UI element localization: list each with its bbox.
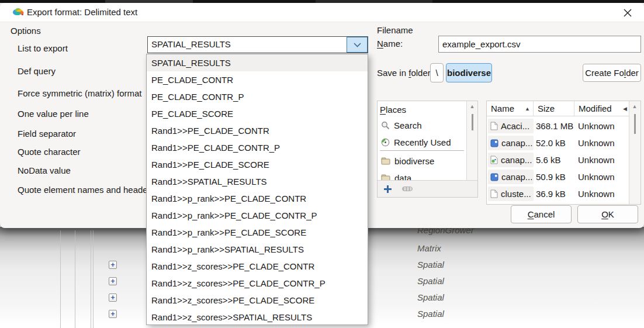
tree-expander-icon[interactable]: + — [109, 294, 117, 302]
ok-button[interactable]: OK — [577, 205, 638, 223]
option-label-def-query: Def query — [18, 66, 56, 78]
dropdown-option[interactable]: Rand1>>PE_CLADE_SCORE — [147, 156, 368, 173]
scrollbar-thumb[interactable] — [634, 114, 636, 134]
places-item-data[interactable]: data — [381, 172, 411, 180]
file-modified: Unknown — [576, 121, 629, 131]
option-label-one-value-per-line: One value per line — [18, 109, 89, 120]
column-header-modified[interactable]: Modified ◀ — [574, 101, 629, 116]
close-icon[interactable] — [619, 6, 636, 19]
option-label-force-symmetric: Force symmetric (matrix) format — [18, 88, 142, 100]
dropdown-option[interactable]: Rand1>>PE_CLADE_CONTR_P — [147, 139, 368, 156]
list-to-export-dropdown: SPATIAL_RESULTS PE_CLADE_CONTR PE_CLADE_… — [146, 54, 368, 325]
dropdown-option[interactable]: PE_CLADE_SCORE — [147, 105, 368, 122]
file-name: cluste... — [501, 189, 531, 199]
dropdown-option[interactable]: Rand1>>p_rank>>PE_CLADE_CONTR — [147, 190, 368, 207]
dropdown-option[interactable]: Rand1>>z_scores>>PE_CLADE_CONTR_P — [147, 275, 368, 292]
dropdown-option[interactable]: Rand1>>z_scores>>PE_CLADE_CONTR — [147, 258, 368, 275]
file-list-scrollbar[interactable]: ▲ — [629, 101, 640, 204]
file-icon — [490, 122, 498, 130]
places-item-label: Recently Used — [394, 137, 451, 147]
file-name: canap... — [501, 155, 532, 165]
file-row[interactable]: cluste... 36.9 kB Unknown — [487, 185, 629, 202]
places-item-label: data — [394, 173, 411, 181]
dropdown-option[interactable]: PE_CLADE_CONTR — [147, 71, 368, 88]
biodiverse-logo-icon — [13, 8, 24, 17]
option-label-list-to-export: List to export — [18, 43, 68, 55]
dialog-titlebar[interactable]: Export format: Delimited text — [0, 3, 644, 22]
tree-expander-icon[interactable]: + — [109, 277, 117, 285]
dropdown-option[interactable]: Rand1>>p_rank>>PE_CLADE_SCORE — [147, 224, 368, 241]
places-header: Places — [380, 105, 406, 115]
tree-type-label: Spatial — [417, 276, 444, 287]
places-item-label: biodiverse — [394, 156, 434, 166]
recently-used-icon — [381, 138, 390, 147]
file-name: Acaci... — [501, 121, 529, 131]
tree-type-label: Matrix — [417, 243, 441, 254]
dropdown-option[interactable]: Rand1>>SPATIAL_RESULTS — [147, 173, 368, 190]
dropdown-option[interactable]: Rand1>>p_rank>>SPATIAL_RESULTS — [147, 241, 368, 258]
file-row[interactable]: canap... 52.0 kB Unknown — [487, 134, 629, 151]
file-modified: Unknown — [576, 155, 629, 165]
image-icon — [490, 139, 498, 147]
places-item-search[interactable]: Search — [381, 119, 422, 131]
folder-icon — [381, 174, 390, 180]
file-list-header: Name ▲ Size Modified ◀ — [487, 101, 629, 116]
file-modified: Unknown — [576, 172, 629, 182]
places-list: Places Search Recently Used — [378, 101, 466, 180]
file-name: canap... — [501, 138, 532, 148]
file-row[interactable]: canap... 50.9 kB Unknown — [487, 168, 629, 185]
filename-input[interactable] — [438, 36, 641, 53]
save-in-folder-label: Save in folder: — [377, 68, 433, 78]
list-to-export-combobox[interactable]: SPATIAL_RESULTS — [147, 36, 368, 53]
chart-file-icon — [490, 156, 498, 164]
scrollbar-thumb[interactable] — [472, 114, 473, 130]
tree-grid-line — [60, 230, 61, 328]
path-root-button[interactable]: \ — [430, 63, 444, 82]
tree-grid-line — [93, 230, 94, 328]
dropdown-option[interactable]: PE_CLADE_CONTR_P — [147, 88, 368, 105]
tree-expander-icon[interactable]: + — [109, 261, 117, 269]
dropdown-option[interactable]: Rand1>>p_rank>>PE_CLADE_CONTR_P — [147, 207, 368, 224]
scroll-up-icon[interactable]: ▲ — [467, 103, 477, 109]
search-icon — [381, 121, 390, 130]
dropdown-option[interactable]: SPATIAL_RESULTS — [147, 54, 368, 71]
file-row[interactable]: canap... 5.6 kB Unknown — [487, 151, 629, 168]
file-size: 368.1 MB — [534, 121, 576, 131]
places-scrollbar[interactable]: ▲ — [466, 101, 477, 180]
file-size: 52.0 kB — [534, 138, 576, 148]
option-label-quote-element-names: Quote element names and headers — [18, 185, 155, 196]
chevron-down-icon[interactable] — [347, 37, 368, 53]
create-folder-button[interactable]: Create Folder — [583, 64, 641, 82]
tree-expander-icon[interactable]: + — [109, 310, 117, 318]
places-item-biodiverse[interactable]: biodiverse — [381, 155, 434, 167]
path-folder-button-biodiverse[interactable]: biodiverse — [446, 63, 492, 82]
file-size: 5.6 kB — [534, 155, 576, 165]
cancel-button[interactable]: Cancel — [511, 205, 572, 223]
dropdown-option[interactable]: Rand1>>PE_CLADE_CONTR — [147, 122, 368, 139]
option-label-field-separator: Field separator — [18, 129, 76, 140]
file-modified: Unknown — [576, 138, 629, 148]
dropdown-option[interactable]: Rand1>>z_scores>>PE_CLADE_SCORE — [147, 292, 368, 309]
column-label: Name — [491, 103, 514, 113]
column-header-size[interactable]: Size — [534, 101, 574, 116]
option-label-nodata-value: NoData value — [18, 165, 71, 177]
filename-section-header: Filename — [377, 25, 413, 35]
file-modified: Unknown — [576, 189, 629, 199]
column-label: Size — [538, 103, 555, 113]
remove-place-icon[interactable] — [402, 187, 413, 191]
scroll-up-icon[interactable]: ▲ — [629, 103, 640, 109]
option-label-quote-character: Quote character — [18, 147, 81, 158]
file-name: canap... — [501, 172, 532, 182]
file-list-panel: Name ▲ Size Modified ◀ Acaci... 368.1 MB… — [486, 101, 641, 205]
places-item-recently-used[interactable]: Recently Used — [381, 136, 451, 148]
tree-grid-line — [75, 230, 75, 328]
file-row[interactable]: Acaci... 368.1 MB Unknown — [487, 118, 629, 134]
dialog-title: Export format: Delimited text — [27, 7, 137, 17]
dropdown-option[interactable]: Rand1>>z_scores>>SPATIAL_RESULTS — [147, 309, 368, 326]
file-icon — [490, 189, 498, 198]
column-header-name[interactable]: Name ▲ — [487, 101, 534, 116]
tree-type-label: Spatial — [417, 292, 444, 303]
column-arrow-icon: ◀ — [623, 106, 627, 112]
places-item-label: Search — [394, 120, 422, 130]
add-place-icon[interactable] — [382, 184, 393, 194]
